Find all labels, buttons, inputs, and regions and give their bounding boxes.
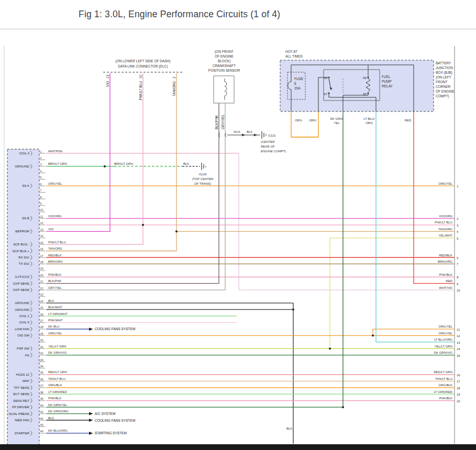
diagram-label: OF TRANS) <box>194 182 211 185</box>
diagram-label: DATA LINK CONNECTOR (DLC) <box>118 64 168 69</box>
pin-function-label: SCP BUS + <box>13 249 30 253</box>
pin-number: 24 <box>40 300 43 303</box>
pin-number: 28 <box>40 325 43 329</box>
pin-number: 3 <box>40 163 42 166</box>
wire-color-label: BRN/LT GRN <box>48 162 67 165</box>
offpage-ref-number: 16 <box>457 374 460 377</box>
diagram-label: ORG <box>295 119 302 122</box>
wire-color-label: TAN/ORG <box>438 228 452 231</box>
wire-color-label: TAN/ORG <box>48 247 62 250</box>
wire-color-label: PNK/LT BLU <box>48 241 66 244</box>
offpage-ref-number: 10 <box>457 289 460 292</box>
diagram-label: OF ENGINE <box>215 54 234 58</box>
offpage-ref-number: 11 <box>457 328 460 331</box>
pin-function-label: SS B <box>22 216 29 220</box>
wire-color-label: BLK <box>48 299 54 302</box>
pin-number: 36 <box>40 378 43 381</box>
pin-function-label: CKP SENS <box>13 288 29 291</box>
diagram-label: BATTERY <box>436 61 451 65</box>
offpage-ref-number: 17 <box>457 380 460 383</box>
wire-color-label: LT GRN/RED <box>434 390 452 393</box>
pin-function-label: EEPROM <box>15 229 29 233</box>
diagram-label: TAN/ORG <box>172 81 176 96</box>
pin-number: 16 <box>40 248 43 251</box>
wire-color-label: WHT/VIO <box>439 286 452 289</box>
wire-color-label: VIO <box>48 228 54 231</box>
pin-number: 39 <box>40 397 43 400</box>
wire-color-label: PNK/BLK <box>439 397 452 400</box>
pin-function-label: TFT SENS <box>14 386 29 389</box>
diagram-label: COMPT) <box>436 94 449 98</box>
figure-title: Fig 1: 3.0L, Engine Performance Circuits… <box>79 9 280 20</box>
diagram-label: POSITION SENSOR <box>208 69 240 72</box>
diagram-label: ALL TIMES <box>285 54 303 58</box>
wire-color-label: WHT/PNK <box>48 150 63 153</box>
wire-color-label: ORG/BLK <box>438 384 452 387</box>
wire-color-label: DK BLU <box>48 325 60 328</box>
junction-dot <box>175 230 178 232</box>
diagram-label: (TOP CENTER <box>192 177 214 181</box>
pin-number: 8 <box>40 196 42 199</box>
wire-color-label: ORG/YEL <box>438 325 452 328</box>
junction-dot <box>142 224 144 226</box>
pin-number: 30 <box>40 339 43 342</box>
pin-function-label: 3-2T/CCS <box>15 275 29 278</box>
diagram-label: RED <box>405 119 412 122</box>
junction-dot <box>342 406 344 408</box>
pin-number: 15 <box>40 241 43 244</box>
wire-color-label: LT GRN/WHT <box>48 312 68 316</box>
pin-number: 2 <box>40 156 42 160</box>
diagram-label: LT BLU/ <box>363 117 375 120</box>
junction-dot <box>372 334 374 336</box>
relay-pin-dot <box>367 76 369 78</box>
pin-function-label: CKP SENS <box>13 282 29 285</box>
wire-color-label: RED <box>446 279 452 283</box>
diagram-label: PUMP <box>382 80 392 83</box>
bottom-bar <box>0 444 476 450</box>
figure-title-bar: Fig 1: 3.0L, Engine Performance Circuits… <box>0 0 476 29</box>
diagram-label: RELAY <box>382 84 393 88</box>
wire-color-label: LT BLU/ORG <box>434 338 452 341</box>
wire-color-label: VIO/ORG <box>439 215 452 218</box>
offpage-ref-number: 12 <box>457 334 460 338</box>
pin-function-label: DUAL PRESS <box>9 412 29 415</box>
pin-number: 44 <box>40 430 43 433</box>
diagram-label: CRANKSHAFT <box>213 64 236 68</box>
wire-color-label: ORG/YEL <box>438 182 452 185</box>
diagram-label: BLK <box>286 427 292 430</box>
relay-pin-dot <box>328 92 329 94</box>
diagram-label: VIO <box>106 81 109 87</box>
diagram-label: 2 <box>172 76 176 78</box>
pin-number: 41 <box>40 410 43 413</box>
pin-number: 20 <box>40 274 43 277</box>
pin-function-label: HO2S 12 <box>16 373 30 376</box>
pin-number: 19 <box>40 267 43 270</box>
pin-function-label: COIL 5 <box>19 320 30 324</box>
pin-function-label: FP DRIVER <box>12 405 29 409</box>
diagram-label: REAR OF <box>261 145 275 148</box>
diagram-label: G121 <box>268 134 276 137</box>
wire-color-label: RED/BLK <box>439 254 452 257</box>
diagram-label: 13 <box>106 74 109 78</box>
diagram-label: 86 <box>363 76 367 80</box>
wire-color-label: PNK/WHT <box>48 319 63 322</box>
pin-number: 43 <box>40 423 43 426</box>
diagram-label: FUEL <box>382 75 391 78</box>
diagram-label: 85 <box>363 93 367 96</box>
system-ref-label: STARTING SYSTEM <box>95 431 127 435</box>
pin-number: 26 <box>40 313 43 316</box>
diagram-label: 20A <box>294 86 301 90</box>
pin-number: 40 <box>40 404 43 407</box>
wire-color-label: RED/BLK <box>48 254 62 257</box>
pin-function-label: GROUND <box>15 308 30 311</box>
pin-number: 4 <box>40 170 42 173</box>
wire-color-label: DK GRN/VIO <box>434 351 453 354</box>
pin-function-label: SCP BUS - <box>13 242 29 246</box>
pin-number: 34 <box>40 365 43 368</box>
diagram-label: HOT AT <box>285 50 297 53</box>
pin-number: 27 <box>40 319 43 322</box>
wire-color-label: RED/LT GRN <box>434 370 452 374</box>
offpage-ref-number: 14 <box>457 347 460 351</box>
junction-dot <box>329 347 331 350</box>
diagram-label: YEL <box>334 121 340 125</box>
